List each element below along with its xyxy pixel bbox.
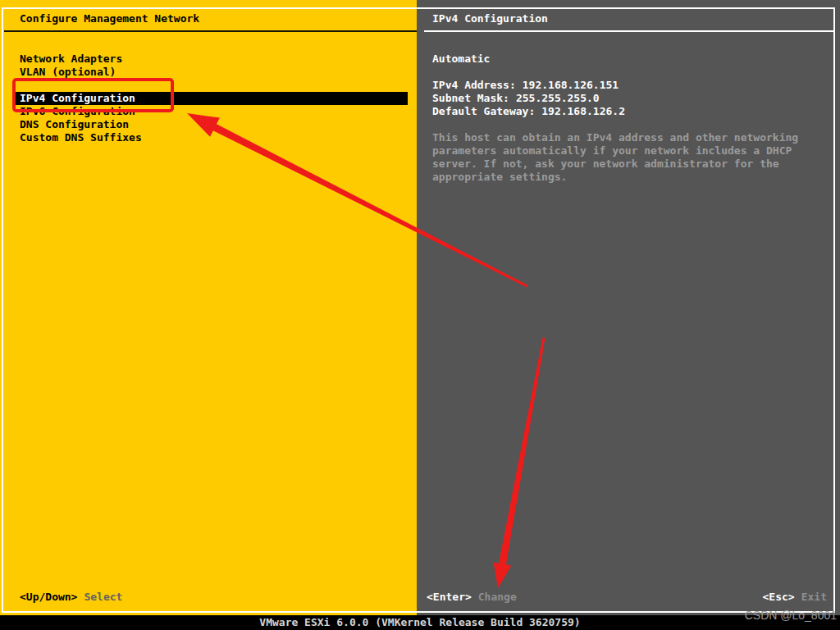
esc-action-label: Exit bbox=[801, 591, 827, 603]
menu-spacer bbox=[15, 79, 408, 92]
right-title-separator bbox=[424, 30, 833, 32]
subnet-mask-row: Subnet Mask:255.255.255.0 bbox=[432, 92, 625, 105]
updown-action-label: Select bbox=[84, 591, 122, 603]
menu-item-vlan[interactable]: VLAN (optional) bbox=[15, 66, 408, 79]
dhcp-description-line: appropriate settings. bbox=[432, 171, 826, 184]
dhcp-description-line: parameters automatically if your network… bbox=[432, 144, 826, 158]
updown-key-label: <Up/Down> bbox=[20, 591, 77, 603]
esxi-version-bar: VMware ESXi 6.0.0 (VMKernel Release Buil… bbox=[0, 615, 840, 630]
menu-item-dns-configuration[interactable]: DNS Configuration bbox=[15, 118, 408, 131]
default-gateway-row: Default Gateway:192.168.126.2 bbox=[432, 105, 625, 118]
hint-enter-change: <Enter>Change bbox=[427, 591, 517, 604]
subnet-mask-label: Subnet Mask: bbox=[432, 92, 509, 104]
network-menu: Network Adapters VLAN (optional) IPv4 Co… bbox=[15, 52, 408, 144]
menu-item-custom-dns-suffixes[interactable]: Custom DNS Suffixes bbox=[15, 131, 408, 144]
default-gateway-value: 192.168.126.2 bbox=[541, 105, 625, 117]
hint-updown-select: <Up/Down>Select bbox=[20, 591, 122, 604]
ipv4-address-row: IPv4 Address:192.168.126.151 bbox=[432, 79, 625, 92]
page-title: Configure Management Network bbox=[20, 12, 199, 25]
ipv4-mode-value: Automatic bbox=[432, 52, 490, 66]
default-gateway-label: Default Gateway: bbox=[432, 105, 535, 117]
right-panel-title: IPv4 Configuration bbox=[432, 12, 548, 25]
hint-esc-exit: <Esc>Exit bbox=[763, 591, 827, 604]
ipv4-address-value: 192.168.126.151 bbox=[523, 79, 619, 91]
csdn-watermark: CSDN @Lo_8001 bbox=[745, 609, 837, 622]
dhcp-description: This host can obtain an IPv4 address and… bbox=[432, 131, 826, 184]
dhcp-description-line: server. If not, ask your network adminis… bbox=[432, 158, 826, 171]
menu-item-ipv4-configuration[interactable]: IPv4 Configuration bbox=[15, 92, 408, 105]
dhcp-description-line: This host can obtain an IPv4 address and… bbox=[432, 131, 826, 144]
ipv4-settings: IPv4 Address:192.168.126.151 Subnet Mask… bbox=[432, 79, 625, 118]
ipv4-address-label: IPv4 Address: bbox=[432, 79, 516, 91]
esc-key-label: <Esc> bbox=[763, 591, 795, 603]
dcui-screen: Configure Management Network IPv4 Config… bbox=[0, 0, 840, 630]
menu-item-ipv6-configuration[interactable]: IPv6 Configuration bbox=[15, 105, 408, 118]
enter-action-label: Change bbox=[478, 591, 517, 603]
left-title-separator bbox=[4, 30, 417, 32]
enter-key-label: <Enter> bbox=[427, 591, 472, 603]
subnet-mask-value: 255.255.255.0 bbox=[516, 92, 600, 104]
menu-item-network-adapters[interactable]: Network Adapters bbox=[15, 52, 408, 66]
